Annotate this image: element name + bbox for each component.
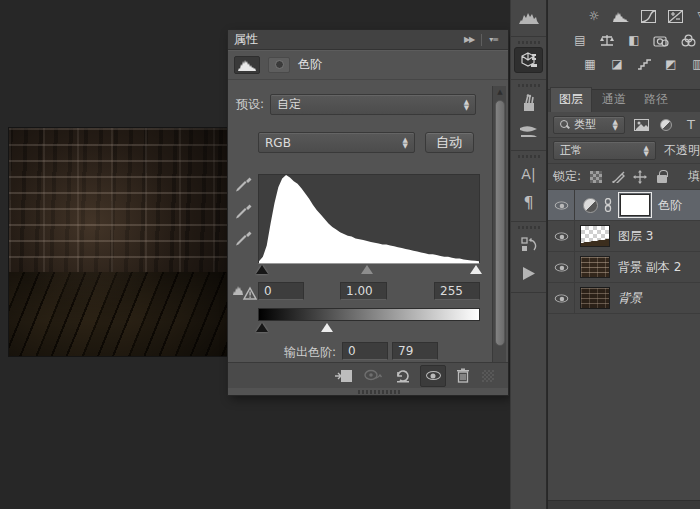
curves-icon[interactable] — [638, 7, 658, 25]
color-lookup-icon[interactable]: ▦ — [580, 55, 600, 73]
tab-layers[interactable]: 图层 — [550, 87, 592, 112]
preset-select[interactable]: 自定 ▲▼ — [270, 94, 476, 115]
eye-icon — [554, 232, 568, 240]
filter-pixel-layers-icon[interactable] — [632, 117, 650, 133]
filter-type-select[interactable]: 类型 ▲▼ — [553, 116, 625, 134]
opacity-label: 不透明 — [664, 142, 700, 159]
delete-adjustment-icon[interactable] — [450, 365, 476, 387]
layer-visibility-toggle[interactable] — [548, 221, 575, 251]
resize-grip-icon[interactable] — [482, 370, 494, 382]
dock-section-histogram — [511, 0, 546, 37]
threshold-icon[interactable]: ◩ — [661, 55, 681, 73]
levels-histogram[interactable] — [258, 174, 480, 264]
hue-saturation-icon[interactable]: ▤ — [570, 31, 590, 49]
layer-row-background-copy2[interactable]: 背景 副本 2 — [548, 252, 700, 283]
scrollbar-thumb[interactable] — [495, 100, 505, 346]
paragraph-panel-icon[interactable]: ¶ — [514, 189, 543, 215]
filter-adjustment-layers-icon[interactable] — [657, 117, 675, 133]
layer-visibility-toggle[interactable] — [548, 283, 575, 313]
brush-panel-icon[interactable] — [514, 90, 543, 116]
output-white-field[interactable]: 79 — [392, 342, 438, 360]
clip-to-layer-icon[interactable] — [330, 365, 356, 387]
layer-mask-thumbnail[interactable] — [620, 194, 650, 216]
photo-filter-icon[interactable] — [651, 31, 671, 49]
layer-row-background[interactable]: 背景 — [548, 283, 700, 314]
channel-mixer-icon[interactable] — [678, 31, 698, 49]
eye-icon — [554, 201, 568, 209]
dock-section-type: A| ¶ — [511, 151, 546, 222]
output-white-slider[interactable] — [321, 323, 333, 332]
gradient-map-icon[interactable]: ▥ — [688, 55, 700, 73]
view-previous-state-icon[interactable] — [360, 365, 386, 387]
invert-icon[interactable]: ◪ — [607, 55, 627, 73]
dock-drag-handle[interactable] — [518, 41, 540, 44]
layer-row-levels[interactable]: 色阶 — [548, 190, 700, 221]
layer-name[interactable]: 色阶 — [658, 197, 682, 214]
search-icon — [560, 120, 569, 129]
levels-badge-icon[interactable] — [234, 56, 260, 74]
visibility-eye-icon[interactable] — [420, 365, 446, 387]
white-point-eyedropper-icon[interactable] — [234, 230, 252, 248]
panel-drag-handle[interactable] — [358, 390, 402, 394]
layer-thumbnail[interactable] — [580, 287, 610, 309]
actions-panel-icon[interactable] — [514, 260, 543, 286]
lock-position-icon[interactable] — [633, 170, 647, 184]
black-white-icon[interactable]: ◧ — [624, 31, 644, 49]
output-levels-sliders — [258, 322, 480, 334]
input-white-slider[interactable] — [470, 265, 482, 274]
reset-adjustment-icon[interactable] — [390, 365, 416, 387]
gray-point-eyedropper-icon[interactable] — [234, 203, 252, 221]
input-white-field[interactable]: 255 — [434, 282, 480, 300]
document-canvas[interactable] — [8, 127, 228, 357]
input-black-slider[interactable] — [256, 265, 268, 274]
exposure-icon[interactable] — [665, 7, 685, 25]
layer-row-layer3[interactable]: 图层 3 — [548, 221, 700, 252]
input-black-field[interactable]: 0 — [258, 282, 304, 300]
layer-thumbnail[interactable] — [580, 225, 610, 247]
levels-icon[interactable] — [611, 7, 631, 25]
layer-comps-panel-icon[interactable] — [514, 232, 543, 258]
panel-bottom-strip — [548, 500, 700, 509]
input-gamma-field[interactable]: 1.00 — [340, 282, 387, 300]
layer-visibility-toggle[interactable] — [548, 252, 575, 282]
lock-pixels-icon[interactable] — [611, 170, 625, 184]
layer-name[interactable]: 背景 — [618, 290, 642, 307]
layer-name[interactable]: 背景 副本 2 — [618, 259, 681, 276]
mask-dot-icon — [275, 60, 284, 69]
lock-all-icon[interactable] — [655, 170, 669, 184]
filter-type-layers-icon[interactable]: T — [682, 117, 700, 133]
color-balance-icon[interactable] — [597, 31, 617, 49]
character-panel-icon[interactable]: A| — [514, 161, 543, 187]
tab-channels[interactable]: 通道 — [594, 88, 634, 112]
output-black-slider[interactable] — [256, 323, 268, 332]
dock-drag-handle[interactable] — [518, 84, 540, 87]
brightness-contrast-icon[interactable]: ☼ — [584, 7, 604, 25]
layer-thumbnail[interactable] — [580, 256, 610, 278]
blend-mode-row: 正常 ▲▼ 不透明 — [548, 138, 700, 164]
vibrance-icon[interactable]: ▽ — [692, 7, 700, 25]
auto-button[interactable]: 自动 — [425, 132, 474, 153]
properties-bottom-toolbar — [228, 362, 508, 388]
posterize-icon[interactable] — [634, 55, 654, 73]
brush-presets-panel-icon[interactable] — [514, 118, 543, 144]
black-point-eyedropper-icon[interactable] — [234, 176, 252, 194]
tab-paths[interactable]: 路径 — [636, 88, 676, 112]
mask-badge-icon[interactable] — [268, 57, 290, 73]
eye-icon — [554, 263, 568, 271]
dock-drag-handle[interactable] — [518, 155, 540, 158]
select-arrows-icon: ▲▼ — [644, 145, 649, 157]
layer-name[interactable]: 图层 3 — [618, 228, 653, 245]
blend-mode-select[interactable]: 正常 ▲▼ — [553, 141, 656, 160]
properties-panel-icon[interactable] — [514, 47, 543, 73]
collapse-panel-icon[interactable]: ▶▶ — [460, 35, 478, 44]
channel-select[interactable]: RGB ▲▼ — [258, 132, 415, 153]
histogram-panel-icon[interactable] — [514, 4, 543, 30]
dock-drag-handle[interactable] — [518, 226, 540, 229]
scroll-up-icon[interactable]: ▲ — [493, 86, 507, 98]
layer-visibility-toggle[interactable] — [548, 190, 575, 220]
input-gamma-slider[interactable] — [361, 265, 373, 274]
properties-scrollbar[interactable]: ▲ ▼ — [492, 86, 506, 380]
output-black-field[interactable]: 0 — [342, 342, 388, 360]
panel-menu-icon[interactable]: ▾≡ — [485, 35, 502, 44]
lock-transparency-icon[interactable] — [589, 170, 603, 184]
